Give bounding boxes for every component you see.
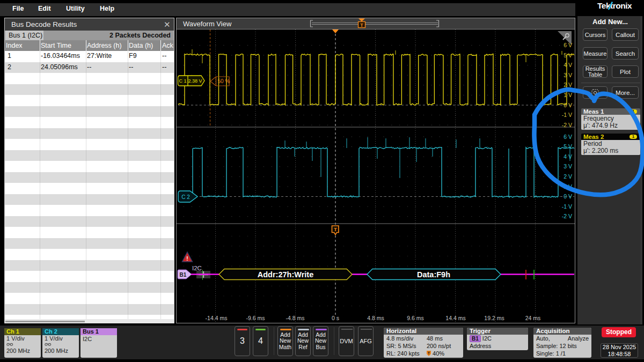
svg-text:4 V: 4 V <box>564 62 572 68</box>
svg-text:-4.8 ms: -4.8 ms <box>286 315 304 321</box>
svg-text:T: T <box>428 351 430 355</box>
svg-text:3 V: 3 V <box>564 163 572 169</box>
svg-text:0 V: 0 V <box>564 102 572 108</box>
svg-text:Addr:27h:Write: Addr:27h:Write <box>258 270 313 279</box>
svg-text:I2C: I2C <box>192 265 202 271</box>
svg-text:-1 V: -1 V <box>562 203 572 210</box>
svg-text:4.8 ms: 4.8 ms <box>367 315 384 321</box>
svg-text:-2 V: -2 V <box>562 122 572 128</box>
svg-text:-9.6 ms: -9.6 ms <box>246 315 265 321</box>
svg-text:50 %: 50 % <box>218 78 230 84</box>
svg-text:5 V: 5 V <box>564 52 572 58</box>
svg-text:-14.4 ms: -14.4 ms <box>206 315 228 321</box>
svg-text:0 V: 0 V <box>564 193 572 200</box>
svg-text:24 ms: 24 ms <box>525 315 541 321</box>
svg-text:5 V: 5 V <box>564 143 572 150</box>
svg-text:2 V: 2 V <box>564 82 572 88</box>
svg-text:19.2 ms: 19.2 ms <box>484 315 504 321</box>
svg-text:3 V: 3 V <box>564 72 572 78</box>
svg-text:C 2: C 2 <box>181 194 190 200</box>
svg-text:-2 V: -2 V <box>562 213 572 219</box>
svg-text:1 V: 1 V <box>564 183 572 190</box>
svg-text:6 V: 6 V <box>564 42 572 48</box>
svg-text:-1 V: -1 V <box>562 112 572 118</box>
svg-text:Data:F9h: Data:F9h <box>417 270 450 279</box>
svg-text:2.38 V: 2.38 V <box>188 78 202 84</box>
svg-text:B1: B1 <box>180 272 187 278</box>
svg-text:2 V: 2 V <box>564 173 572 180</box>
svg-text:6 V: 6 V <box>564 134 572 140</box>
svg-text:0 s: 0 s <box>332 315 339 321</box>
svg-text:14.4 ms: 14.4 ms <box>445 315 465 321</box>
svg-text:9.6 ms: 9.6 ms <box>407 315 424 321</box>
svg-text:4 V: 4 V <box>564 153 572 160</box>
svg-text:T: T <box>360 23 363 28</box>
svg-text:1 V: 1 V <box>564 92 572 98</box>
svg-text:C 1: C 1 <box>179 78 186 84</box>
svg-text:!: ! <box>186 256 188 262</box>
svg-text:T: T <box>334 226 337 232</box>
